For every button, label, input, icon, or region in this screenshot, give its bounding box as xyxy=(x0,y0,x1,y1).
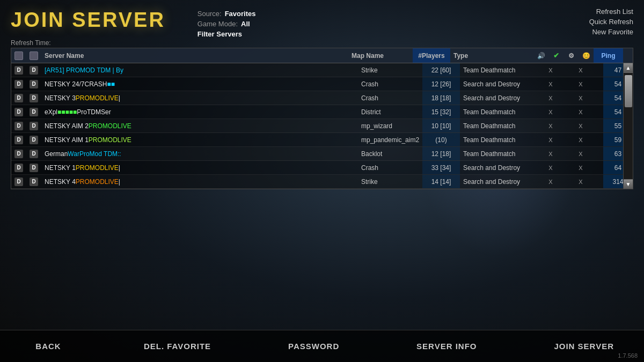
del-favorite-button[interactable]: Del. Favorite xyxy=(135,337,219,355)
col-header-s2: ✔ xyxy=(548,48,564,63)
bottom-bar: Back Del. Favorite Password Server Info … xyxy=(0,330,644,362)
row-s4 xyxy=(588,77,603,91)
row-s4 xyxy=(588,147,603,160)
row-type: Search and Destroy xyxy=(460,77,543,91)
row-players: 15 [32] xyxy=(422,105,460,119)
row-players: (10) xyxy=(422,133,460,146)
table-row[interactable]: DDNETSKY 1 PROMODLIVE |Crash33 [34]Searc… xyxy=(11,161,633,175)
scrollbar-thumb[interactable] xyxy=(625,75,632,107)
row-s2 xyxy=(558,147,573,160)
row-s1: X xyxy=(543,63,558,77)
table-row[interactable]: DD[AR51] PROMOD TDM | ByStrike22 [60]Tea… xyxy=(11,63,633,77)
row-s1: X xyxy=(543,133,558,146)
sort-icon xyxy=(30,51,38,60)
table-row[interactable]: DDeXpl■■■■■ProTDMSerDistrict15 [32]Team … xyxy=(11,105,633,119)
row-s3: X xyxy=(573,133,588,146)
row-s1: X xyxy=(543,147,558,160)
row-server-name: eXpl■■■■■ProTDMSer xyxy=(41,105,358,119)
row-s3: X xyxy=(573,63,588,77)
back-button[interactable]: Back xyxy=(21,337,75,355)
row-players: 12 [18] xyxy=(422,147,460,160)
page-title: JOIN SERVER xyxy=(11,9,165,32)
join-server-button[interactable]: Join Server xyxy=(545,337,623,355)
row-map-name: Crash xyxy=(358,77,422,91)
row-s1: X xyxy=(543,91,558,105)
row-s2 xyxy=(558,105,573,119)
row-server-name: NETSKY 24/7CRASH ■■ xyxy=(41,77,358,91)
quick-refresh-button[interactable]: Quick Refresh xyxy=(589,18,633,26)
col-header-s1: 🔊 xyxy=(533,48,548,63)
row-s3: X xyxy=(573,161,588,174)
row-icon2: D xyxy=(26,175,41,188)
row-icon2: D xyxy=(26,147,41,160)
row-s2 xyxy=(558,133,573,146)
scrollbar-up-arrow[interactable]: ▲ xyxy=(624,63,633,73)
row-map-name: mp_wizard xyxy=(358,119,422,132)
row-type: Search and Destroy xyxy=(460,91,543,105)
row-type: Search and Destroy xyxy=(460,175,543,188)
row-icon2: D xyxy=(26,77,41,91)
row-icon1: D xyxy=(11,147,26,160)
table-header: Server Name Map Name #Players Type 🔊 ✔ ⚙… xyxy=(11,48,633,63)
row-players: 18 [18] xyxy=(422,91,460,105)
row-players: 22 [60] xyxy=(422,63,460,77)
gamemode-value: All xyxy=(241,20,250,28)
row-icon2: D xyxy=(26,105,41,119)
filter-servers-button[interactable]: Filter Servers xyxy=(197,30,242,38)
table-row[interactable]: DDNETSKY 3 PROMODLIVE |Crash18 [18]Searc… xyxy=(11,91,633,105)
row-server-name: GermanWarProMod TDM:: xyxy=(41,147,358,160)
row-icon2: D xyxy=(26,63,41,77)
row-server-name: NETSKY AIM 1 PROMODLIVE xyxy=(41,133,358,146)
row-s1: X xyxy=(543,161,558,174)
row-icon1: D xyxy=(11,133,26,146)
speaker-icon: 🔊 xyxy=(537,52,545,60)
source-value: Favorites xyxy=(225,10,256,18)
new-favorite-button[interactable]: New Favorite xyxy=(592,28,633,36)
row-server-name: NETSKY 4 PROMODLIVE | xyxy=(41,175,358,188)
table-row[interactable]: DDGermanWarProMod TDM::Backlot12 [18]Tea… xyxy=(11,147,633,161)
row-map-name: mp_pandemic_aim2 xyxy=(358,133,422,146)
row-s2 xyxy=(558,63,573,77)
checkmark-icon: ✔ xyxy=(553,51,559,60)
row-map-name: Strike xyxy=(358,63,422,77)
row-type: Team Deathmatch xyxy=(460,133,543,146)
row-map-name: Crash xyxy=(358,91,422,105)
row-s3: X xyxy=(573,175,588,188)
row-icon1: D xyxy=(11,63,26,77)
scrollbar-down-arrow[interactable]: ▼ xyxy=(624,179,633,189)
row-map-name: District xyxy=(358,105,422,119)
row-s1: X xyxy=(543,175,558,188)
row-s2 xyxy=(558,119,573,132)
right-actions: Refresh List Quick Refresh New Favorite xyxy=(589,8,633,36)
table-row[interactable]: DDNETSKY AIM 1 PROMODLIVEmp_pandemic_aim… xyxy=(11,133,633,147)
server-info-button[interactable]: Server Info xyxy=(408,337,485,355)
table-row[interactable]: DDNETSKY 4 PROMODLIVE |Strike14 [14]Sear… xyxy=(11,175,633,189)
col-header-scroll xyxy=(623,48,633,63)
row-s4 xyxy=(588,175,603,188)
table-body: DD[AR51] PROMOD TDM | ByStrike22 [60]Tea… xyxy=(11,63,633,189)
refresh-list-button[interactable]: Refresh List xyxy=(596,8,633,16)
server-table: Server Name Map Name #Players Type 🔊 ✔ ⚙… xyxy=(11,48,633,189)
col-header-players: #Players xyxy=(413,48,450,63)
row-s3: X xyxy=(573,77,588,91)
row-icon1: D xyxy=(11,175,26,188)
row-s2 xyxy=(558,161,573,174)
row-icon1: D xyxy=(11,77,26,91)
table-row[interactable]: DDNETSKY 24/7CRASH ■■Crash12 [26]Search … xyxy=(11,77,633,91)
row-s3: X xyxy=(573,105,588,119)
row-s4 xyxy=(588,119,603,132)
row-s4 xyxy=(588,161,603,174)
row-type: Search and Destroy xyxy=(460,161,543,174)
row-icon2: D xyxy=(26,133,41,146)
row-s3: X xyxy=(573,91,588,105)
source-label: Source: xyxy=(197,10,222,18)
col-header-s3: ⚙ xyxy=(564,48,579,63)
password-button[interactable]: Password xyxy=(280,337,348,355)
row-server-name: NETSKY AIM 2 PROMODLIVE xyxy=(41,119,358,132)
table-row[interactable]: DDNETSKY AIM 2 PROMODLIVEmp_wizard10 [10… xyxy=(11,119,633,133)
col-header-name: Server Name xyxy=(41,48,348,63)
filter-panel: Source: Favorites Game Mode: All Filter … xyxy=(197,10,256,38)
row-server-name: NETSKY 3 PROMODLIVE | xyxy=(41,91,358,105)
row-players: 10 [10] xyxy=(422,119,460,132)
row-s1: X xyxy=(543,119,558,132)
